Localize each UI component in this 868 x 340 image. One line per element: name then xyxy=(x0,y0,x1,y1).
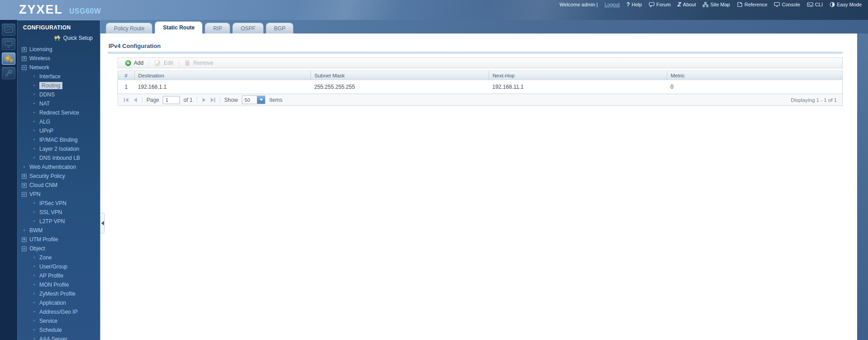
column-header-metric[interactable]: Metric xyxy=(667,71,842,80)
tools-icon xyxy=(54,35,61,41)
help-menu-item[interactable]: ? Help xyxy=(627,1,642,8)
remove-label: Remove xyxy=(193,60,213,66)
sidebar-item-utm-profile[interactable]: +UTM Profile xyxy=(18,235,100,244)
next-page-button[interactable] xyxy=(199,96,208,104)
sidebar-item-schedule[interactable]: +Schedule xyxy=(18,326,100,335)
last-page-button[interactable] xyxy=(208,96,217,104)
page-count-label: of 1 xyxy=(184,97,193,103)
bullet-icon: + xyxy=(32,201,37,206)
sidebar-item-label: UTM Profile xyxy=(29,236,58,243)
bullet-icon: + xyxy=(32,219,37,224)
toolbar-separator xyxy=(149,60,149,67)
bullet-icon: + xyxy=(32,273,37,278)
sidebar-item-ddns[interactable]: +DDNS xyxy=(18,90,100,99)
edit-button[interactable]: Edit xyxy=(150,58,178,68)
sidebar-item-wireless[interactable]: +Wireless xyxy=(18,54,100,63)
bullet-icon: + xyxy=(32,328,37,332)
console-menu-item[interactable]: Console xyxy=(774,2,800,7)
console-label: Console xyxy=(782,2,800,7)
sidebar-item-service[interactable]: +Service xyxy=(18,316,100,326)
sidebar-item-dns-inbound-lb[interactable]: +DNS Inbound LB xyxy=(18,153,100,163)
collapse-icon[interactable]: − xyxy=(22,65,27,70)
column-header-index[interactable]: # xyxy=(118,71,134,80)
bullet-icon: + xyxy=(32,101,37,106)
sidebar-item-label: VPN xyxy=(29,191,41,197)
forum-menu-item[interactable]: Forum xyxy=(649,2,671,7)
sidebar-item-upnp[interactable]: +UPnP xyxy=(18,126,100,135)
sidebar-item-application[interactable]: +Application xyxy=(18,298,100,307)
sidebar-item-network[interactable]: −Network xyxy=(18,63,100,72)
sidebar-item-user-group[interactable]: +User/Group xyxy=(18,262,100,271)
page-input[interactable] xyxy=(163,96,180,104)
easymode-menu-item[interactable]: Easy Mode xyxy=(830,2,862,7)
maintenance-icon[interactable] xyxy=(2,67,15,79)
sidebar-item-label: DNS Inbound LB xyxy=(39,155,80,161)
sidebar-item-web-authentication[interactable]: +Web Authentication xyxy=(18,163,100,172)
sidebar-item-vpn[interactable]: −VPN xyxy=(18,190,100,199)
tab-rip[interactable]: RIP xyxy=(205,23,230,34)
reference-icon xyxy=(737,2,743,7)
about-label: About xyxy=(683,2,696,7)
sidebar-item-routing[interactable]: +Routing xyxy=(18,81,100,90)
sidebar-item-licensing[interactable]: +Licensing xyxy=(18,45,100,54)
sidebar-item-security-policy[interactable]: +Security Policy xyxy=(18,172,100,181)
collapse-icon[interactable]: − xyxy=(22,192,27,197)
column-header-next-hop[interactable]: Next-Hop xyxy=(489,71,667,80)
sidebar-item-ipsec-vpn[interactable]: +IPSec VPN xyxy=(18,199,100,208)
sidebar-item-alg[interactable]: +ALG xyxy=(18,117,100,126)
sitemap-icon xyxy=(703,2,708,7)
monitor-icon[interactable] xyxy=(2,38,15,50)
bullet-icon: + xyxy=(32,255,37,260)
expand-icon[interactable]: + xyxy=(22,56,27,61)
column-header-destination[interactable]: Destination xyxy=(134,71,311,80)
sidebar-item-nat[interactable]: +NAT xyxy=(18,99,100,108)
sidebar-item-mon-profile[interactable]: +MON Profile xyxy=(18,280,100,289)
icon-strip xyxy=(0,20,17,340)
sidebar-item-address-geo-ip[interactable]: +Address/Geo IP xyxy=(18,307,100,316)
cli-menu-item[interactable]: CLI xyxy=(807,2,823,7)
sidebar-item-redirect-service[interactable]: +Redirect Service xyxy=(18,108,100,117)
configuration-icon[interactable] xyxy=(2,53,15,65)
sitemap-menu-item[interactable]: Site Map xyxy=(703,2,730,7)
sidebar-item-ap-profile[interactable]: +AP Profile xyxy=(18,271,100,280)
sidebar-item-layer-2-isolation[interactable]: +Layer 2 Isolation xyxy=(18,144,100,153)
add-button[interactable]: + Add xyxy=(121,58,148,68)
expand-icon[interactable]: + xyxy=(22,174,27,179)
expand-icon[interactable]: + xyxy=(22,237,27,242)
sidebar-item-l2tp-vpn[interactable]: +L2TP VPN xyxy=(18,217,100,226)
column-header-subnet-mask[interactable]: Subnet Mask xyxy=(311,71,489,80)
table-row[interactable]: 1 192.168.1.1 255.255.255.255 192.168.11… xyxy=(118,80,842,94)
dashboard-icon[interactable] xyxy=(2,24,15,36)
collapse-icon[interactable]: − xyxy=(22,246,27,251)
sidebar-item-label: AAA Server xyxy=(39,336,67,340)
prev-page-button[interactable] xyxy=(131,96,140,104)
about-menu-item[interactable]: Z About xyxy=(678,1,696,8)
sidebar-item-interface[interactable]: +Interface xyxy=(18,72,100,81)
chevron-down-icon[interactable] xyxy=(257,96,265,104)
tab-policy-route[interactable]: Policy Route xyxy=(106,23,152,34)
sidebar-item-ip-mac-binding[interactable]: +IP/MAC Binding xyxy=(18,135,100,144)
tab-ospf[interactable]: OSPF xyxy=(232,23,264,34)
tab-bgp[interactable]: BGP xyxy=(266,23,293,34)
logout-link[interactable]: Logout xyxy=(604,2,620,7)
z-icon: Z xyxy=(678,1,681,8)
first-page-button[interactable] xyxy=(122,96,131,104)
remove-button[interactable]: Remove xyxy=(180,58,218,68)
reference-menu-item[interactable]: Reference xyxy=(737,2,768,7)
sidebar-item-label: UPnP xyxy=(39,128,53,134)
sidebar-item-cloud-cnm[interactable]: +Cloud CNM xyxy=(18,181,100,190)
tab-static-route[interactable]: Static Route xyxy=(155,21,203,34)
sidebar-item-object[interactable]: −Object xyxy=(18,244,100,253)
sidebar-item-zymesh-profile[interactable]: +ZyMesh Profile xyxy=(18,289,100,298)
sidebar-collapse-handle[interactable] xyxy=(100,213,105,234)
expand-icon[interactable]: + xyxy=(22,183,27,188)
add-icon: + xyxy=(125,60,131,66)
quick-setup-button[interactable]: Quick Setup xyxy=(18,32,100,45)
sidebar-item-bwm[interactable]: +BWM xyxy=(18,226,100,235)
page-size-select[interactable]: 50 xyxy=(242,96,265,104)
sidebar-item-aaa-server[interactable]: +AAA Server xyxy=(18,335,100,340)
sidebar-item-ssl-vpn[interactable]: +SSL VPN xyxy=(18,208,100,217)
question-icon: ? xyxy=(627,1,630,8)
sidebar-item-zone[interactable]: +Zone xyxy=(18,253,100,262)
expand-icon[interactable]: + xyxy=(22,47,27,52)
